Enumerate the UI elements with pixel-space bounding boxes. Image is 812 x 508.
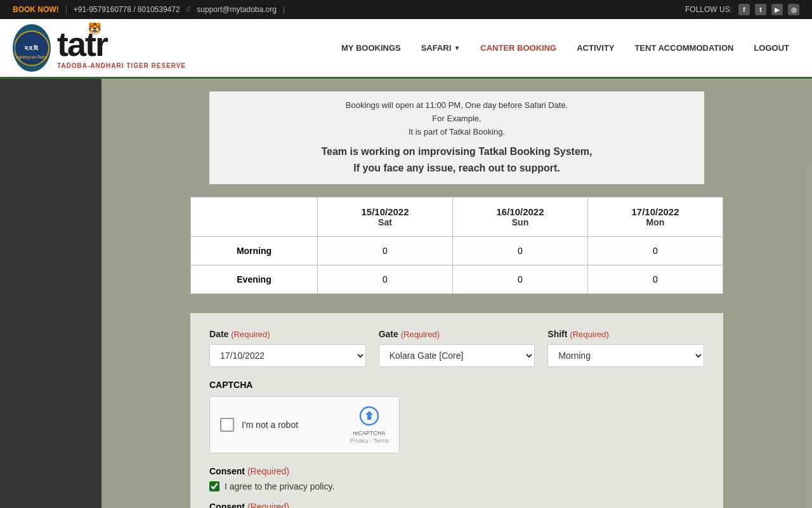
twitter-icon[interactable]: t — [755, 4, 766, 15]
tatr-logo: tatr 🐯 TADOBA-ANDHARI TIGER RESERVE — [57, 27, 186, 69]
nav-tent-accommodation[interactable]: TENT ACCOMMODATION — [624, 37, 743, 59]
consent1-required: (Required) — [247, 466, 289, 476]
table-col-1: 15/10/2022 Sat — [318, 197, 453, 236]
morning-col3: 0 — [588, 236, 723, 265]
notice-line2: For Example, — [222, 112, 691, 126]
morning-col2: 0 — [453, 236, 588, 265]
evening-col2: 0 — [453, 265, 588, 293]
form-row-dgs: Date (Required) 15/10/2022 16/10/2022 17… — [209, 329, 704, 367]
consent2-required: (Required) — [247, 502, 289, 508]
form-group-shift: Shift (Required) Morning Evening — [547, 329, 704, 367]
consent-section-2: Consent (Required) I agree to the Tatkal… — [209, 502, 704, 508]
shift-label: Shift (Required) — [547, 329, 704, 339]
table-row-evening: Evening 0 0 0 — [191, 265, 723, 293]
gate-select[interactable]: Kolara Gate [Core] Moharli Gate Navegaon… — [379, 344, 535, 367]
youtube-icon[interactable]: ▶ — [771, 4, 783, 15]
nav-bar: म.व.वि. महाराष्ट्र वन विभाग tatr 🐯 TADOB… — [0, 19, 812, 79]
shift-select[interactable]: Morning Evening — [547, 344, 704, 367]
recaptcha-privacy-terms: Privacy - Terms — [350, 438, 389, 444]
consent1-item: I agree to the privacy policy. — [209, 481, 704, 491]
svg-text:म.व.वि.: म.व.वि. — [23, 44, 39, 51]
captcha-text: I'm not a robot — [242, 420, 298, 430]
col1-day: Sat — [331, 217, 440, 227]
sep2: // — [187, 5, 191, 14]
table-empty-header — [191, 197, 318, 236]
table-col-2: 16/10/2022 Sun — [453, 197, 588, 236]
top-bar: BOOK NOW! | +91-9579160778 / 8010539472 … — [0, 0, 812, 19]
table-col-3: 17/10/2022 Mon — [588, 197, 723, 236]
gate-required: (Required) — [401, 330, 440, 339]
nav-activity[interactable]: ACTIVITY — [566, 37, 624, 59]
date-select[interactable]: 15/10/2022 16/10/2022 17/10/2022 — [209, 344, 366, 367]
nav-logout[interactable]: LOGOUT — [743, 37, 799, 59]
captcha-label: CAPTCHA — [209, 380, 704, 390]
big-notice-1: Team is working on improvising Tatkal Bo… — [222, 144, 691, 160]
shift-required: (Required) — [570, 330, 608, 339]
consent2-label: Consent (Required) — [209, 502, 704, 508]
captcha-logo-area: reCAPTCHA Privacy - Terms — [350, 406, 389, 444]
safari-arrow-icon: ▼ — [454, 44, 460, 51]
page-wrapper: Bookings will open at 11:00 PM, One day … — [0, 79, 812, 508]
facebook-icon[interactable]: f — [738, 4, 750, 15]
captcha-box: I'm not a robot reCAPTCHA Privacy - Term… — [209, 396, 400, 453]
table-row-morning: Morning 0 0 0 — [191, 236, 723, 265]
form-group-date: Date (Required) 15/10/2022 16/10/2022 17… — [209, 329, 366, 367]
big-notice-2: If you face any issue, reach out to supp… — [222, 160, 691, 177]
evening-col3: 0 — [588, 265, 723, 293]
sep3: | — [283, 5, 285, 14]
notice-big: Team is working on improvising Tatkal Bo… — [222, 144, 691, 176]
email-address: support@mytadoba.org — [197, 5, 277, 14]
row-label-morning: Morning — [191, 236, 318, 265]
logo-area: म.व.वि. महाराष्ट्र वन विभाग tatr 🐯 TADOB… — [13, 19, 186, 77]
nav-links: MY BOOKINGS SAFARI ▼ CANTER BOOKING ACTI… — [331, 37, 799, 59]
follow-label: FOLLOW US: — [685, 5, 732, 14]
nav-safari[interactable]: SAFARI ▼ — [411, 37, 471, 59]
notice-line1: Bookings will open at 11:00 PM, One day … — [222, 99, 691, 112]
tatr-subtitle: TADOBA-ANDHARI TIGER RESERVE — [57, 62, 186, 69]
form-group-gate: Gate (Required) Kolara Gate [Core] Mohar… — [379, 329, 535, 367]
social-icons: f t ▶ ◎ — [738, 4, 799, 15]
consent1-checkbox[interactable] — [209, 481, 219, 491]
recaptcha-label: reCAPTCHA — [350, 430, 389, 436]
col2-day: Sun — [466, 217, 575, 227]
nav-my-bookings[interactable]: MY BOOKINGS — [331, 37, 411, 59]
consent1-text: I agree to the privacy policy. — [225, 481, 334, 491]
col1-date: 15/10/2022 — [331, 206, 440, 217]
book-now-label[interactable]: BOOK NOW! — [13, 5, 59, 14]
instagram-icon[interactable]: ◎ — [788, 4, 799, 15]
captcha-section: CAPTCHA I'm not a robot reCAPTC — [209, 380, 704, 453]
col3-date: 17/10/2022 — [601, 206, 710, 217]
phone-number: +91-9579160778 / 8010539472 — [74, 5, 180, 14]
evening-col1: 0 — [318, 265, 453, 293]
notice-box: Bookings will open at 11:00 PM, One day … — [209, 91, 704, 184]
date-label: Date (Required) — [209, 329, 366, 339]
consent1-label: Consent (Required) — [209, 466, 704, 476]
gate-label: Gate (Required) — [379, 329, 535, 339]
col3-day: Mon — [601, 217, 710, 227]
row-label-evening: Evening — [191, 265, 318, 293]
captcha-checkbox[interactable] — [220, 418, 234, 432]
sep1: | — [65, 5, 67, 14]
notice-line3: It is part of Tatkal Booking. — [222, 126, 691, 139]
main-content: Bookings will open at 11:00 PM, One day … — [102, 79, 812, 508]
nav-canter-booking[interactable]: CANTER BOOKING — [470, 37, 566, 59]
svg-text:महाराष्ट्र वन विभाग: महाराष्ट्र वन विभाग — [15, 55, 47, 60]
date-required: (Required) — [231, 330, 270, 339]
col2-date: 16/10/2022 — [466, 206, 575, 217]
morning-col1: 0 — [318, 236, 453, 265]
recaptcha-logo — [350, 406, 389, 430]
captcha-left: I'm not a robot — [220, 418, 298, 432]
availability-table: 15/10/2022 Sat 16/10/2022 Sun 17/10/2022… — [190, 197, 723, 294]
consent-section-1: Consent (Required) I agree to the privac… — [209, 466, 704, 491]
emblem-logo: म.व.वि. महाराष्ट्र वन विभाग — [13, 24, 51, 72]
form-section: Date (Required) 15/10/2022 16/10/2022 17… — [190, 313, 723, 508]
sidebar-dark — [0, 79, 102, 508]
